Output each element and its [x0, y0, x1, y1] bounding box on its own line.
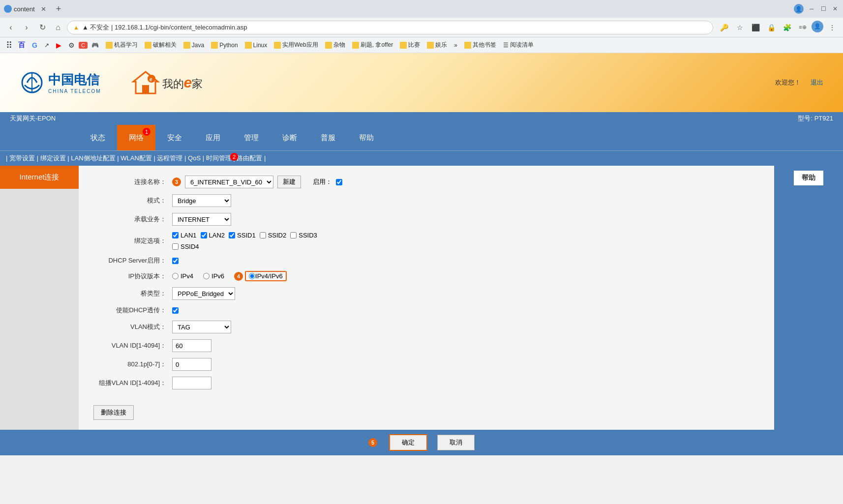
subnav-route[interactable]: 路由配置: [237, 154, 262, 162]
github-icon[interactable]: ⚙: [65, 40, 78, 50]
subnav-wlan[interactable]: WLAN配置: [120, 154, 152, 162]
ipv6-radio[interactable]: [203, 273, 210, 279]
bm-folder-contest[interactable]: 比赛: [397, 40, 423, 50]
cancel-button[interactable]: 取消: [437, 435, 475, 450]
enable-checkbox[interactable]: [336, 179, 342, 185]
bind-ssid3[interactable]: SSID3: [290, 232, 317, 239]
step-badge-3: 3: [172, 178, 181, 186]
subnav-remote[interactable]: 远程管理: [157, 154, 182, 162]
bm-folder-python[interactable]: Python: [208, 41, 241, 50]
apps-icon[interactable]: ⠿: [4, 39, 14, 52]
nav-item-manage[interactable]: 管理: [232, 125, 271, 150]
subnav-bind[interactable]: 绑定设置: [40, 154, 66, 162]
extension2-icon[interactable]: 🔒: [764, 21, 778, 34]
subnav-lan[interactable]: LAN侧地址配置: [71, 154, 115, 162]
back-btn[interactable]: ‹: [4, 21, 18, 34]
baidu-icon[interactable]: 百: [15, 40, 28, 51]
multicast-vlan-input[interactable]: [172, 377, 211, 389]
nav-item-help[interactable]: 帮助: [347, 125, 386, 150]
bm-folder-java[interactable]: Java: [181, 41, 207, 50]
ipv4-radio-label[interactable]: IPv4: [172, 272, 193, 280]
bind-control: LAN1 LAN2 SSID1 SSID2: [172, 232, 330, 250]
home-btn[interactable]: ⌂: [51, 21, 65, 34]
user-avatar-icon[interactable]: 👤: [812, 21, 823, 32]
bm-arrow-icon[interactable]: ↗: [41, 41, 52, 50]
bind-lan2[interactable]: LAN2: [201, 232, 225, 239]
subnav-broadband[interactable]: 宽带设置: [9, 154, 35, 162]
confirm-button[interactable]: 确定: [389, 434, 427, 451]
close-btn[interactable]: ✕: [831, 5, 839, 13]
subnav-time[interactable]: 时间管理: [206, 154, 232, 162]
bm-folder-crack[interactable]: 破解相关: [142, 40, 180, 50]
bm-game-icon[interactable]: 🎮: [89, 41, 102, 50]
bind-lan2-checkbox[interactable]: [201, 232, 207, 238]
bm-folder-machinelearning[interactable]: 机器学习: [103, 40, 141, 50]
mode-select[interactable]: Bridge: [172, 194, 231, 207]
bookmark-star-icon[interactable]: ☆: [733, 21, 747, 34]
reload-btn[interactable]: ↻: [35, 21, 49, 34]
bind-ssid4-checkbox[interactable]: [172, 243, 179, 250]
new-connection-button[interactable]: 新建: [277, 176, 301, 188]
profile-icon[interactable]: 👤: [794, 4, 804, 14]
bind-ssid2-checkbox[interactable]: [260, 232, 266, 238]
bm-folder-webapp[interactable]: 实用Web应用: [271, 40, 321, 50]
bm-folder-misc[interactable]: 杂物: [322, 40, 348, 50]
menu-btn[interactable]: ⋮: [825, 21, 839, 34]
bind-ssid1[interactable]: SSID1: [229, 232, 256, 239]
minimize-btn[interactable]: ─: [808, 5, 815, 13]
vlan-id-input[interactable]: [172, 339, 211, 352]
vlan-8021p-input[interactable]: [172, 358, 211, 371]
tab-close-icon[interactable]: ✕: [41, 5, 46, 13]
bm-more-icon[interactable]: »: [451, 41, 460, 50]
welcome-text: 欢迎您！: [775, 79, 801, 86]
bind-ssid3-checkbox[interactable]: [290, 232, 297, 238]
bm-readinglist[interactable]: ☰ 阅读清单: [500, 40, 537, 50]
service-select[interactable]: INTERNET: [172, 213, 231, 226]
bridge-type-select[interactable]: PPPoE_Bridged: [172, 287, 235, 300]
logout-link[interactable]: 退出: [811, 79, 823, 86]
nav-item-status[interactable]: 状态: [79, 125, 117, 150]
address-input-bar[interactable]: ▲ ▲ 不安全 | 192.168.1.1/cgi-bin/content_te…: [67, 21, 713, 34]
delete-connection-button[interactable]: 删除连接: [93, 405, 134, 420]
vlan-id-control: [172, 339, 211, 352]
google-icon[interactable]: G: [29, 40, 40, 50]
subnav-qos[interactable]: QoS: [188, 154, 201, 162]
nav-item-app[interactable]: 应用: [194, 125, 232, 150]
vlan-8021p-label: 802.1p[0-7]：: [93, 360, 172, 369]
extension3-icon[interactable]: 🧩: [780, 21, 794, 34]
bm-folder-other[interactable]: 其他书签: [461, 40, 499, 50]
vlan-mode-select[interactable]: TAG: [172, 321, 231, 333]
bm-folder-offer[interactable]: 刷题, 拿offer: [349, 40, 396, 50]
forward-btn[interactable]: ›: [20, 21, 33, 34]
vlan-mode-row: VLAN模式： TAG: [93, 321, 759, 333]
ipv4-ipv6-radio-label[interactable]: 4 IPv4/IPv6: [234, 271, 287, 281]
bridge-type-row: 桥类型： PPPoE_Bridged: [93, 287, 759, 300]
help-button[interactable]: 帮助: [794, 171, 823, 185]
extension1-icon[interactable]: ⬛: [749, 21, 762, 34]
new-tab-btn[interactable]: +: [56, 4, 61, 14]
bind-lan1[interactable]: LAN1: [172, 232, 197, 239]
extension4-icon[interactable]: ≡⊕: [796, 21, 810, 34]
dhcp-server-checkbox[interactable]: [172, 258, 179, 264]
bm-folder-entertainment[interactable]: 娱乐: [424, 40, 450, 50]
dhcp-passthrough-checkbox[interactable]: [172, 307, 179, 314]
connection-name-select[interactable]: 6_INTERNET_B_VID_60: [185, 176, 273, 188]
mode-label: 模式：: [93, 196, 172, 205]
sidebar-internet-connection[interactable]: Internet连接: [0, 166, 79, 189]
bind-ssid2[interactable]: SSID2: [260, 232, 287, 239]
bm-folder-linux[interactable]: Linux: [242, 41, 271, 50]
nav-item-security[interactable]: 安全: [155, 125, 194, 150]
ipv4-ipv6-radio[interactable]: [249, 273, 255, 279]
ipv6-radio-label[interactable]: IPv6: [203, 272, 224, 280]
bind-ssid4[interactable]: SSID4: [172, 243, 199, 250]
youtube-icon[interactable]: ▶: [53, 40, 64, 50]
ipv4-radio[interactable]: [172, 273, 179, 279]
bind-ssid1-checkbox[interactable]: [229, 232, 235, 238]
key-icon[interactable]: 🔑: [717, 21, 731, 34]
bm-c-icon[interactable]: C: [79, 42, 88, 49]
maximize-btn[interactable]: ☐: [819, 5, 827, 13]
nav-item-general[interactable]: 普服: [309, 125, 347, 150]
bind-lan1-checkbox[interactable]: [172, 232, 179, 238]
nav-item-network[interactable]: 网络 1: [117, 125, 155, 150]
nav-item-diagnose[interactable]: 诊断: [271, 125, 309, 150]
